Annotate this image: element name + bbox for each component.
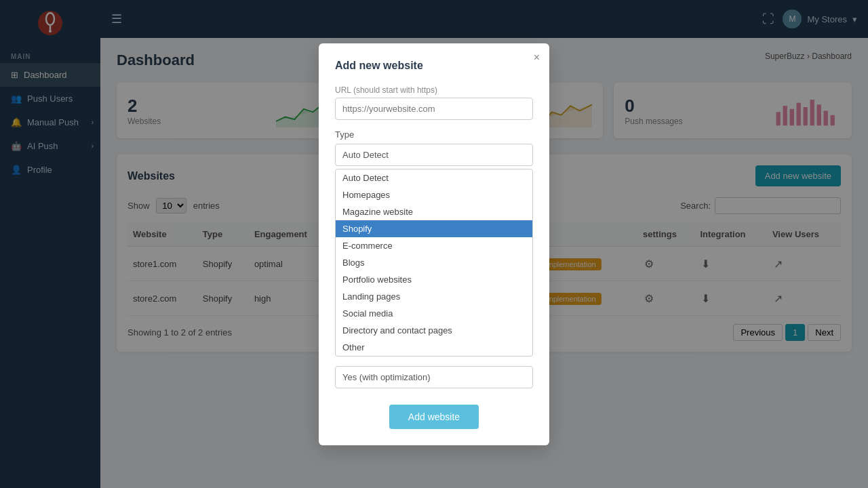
type-option-ecommerce[interactable]: E-commerce: [336, 237, 532, 254]
add-website-button[interactable]: Add website: [389, 405, 479, 429]
type-option-portfolio[interactable]: Portfolio websites: [336, 271, 532, 288]
type-option-directory[interactable]: Directory and contact pages: [336, 322, 532, 339]
url-label: URL (should start with https): [335, 85, 533, 95]
type-select[interactable]: Auto Detect: [335, 144, 533, 166]
type-option-other[interactable]: Other: [336, 339, 532, 356]
type-option-landing[interactable]: Landing pages: [336, 288, 532, 305]
type-option-blogs[interactable]: Blogs: [336, 254, 532, 271]
type-option-shopify[interactable]: Shopify: [336, 220, 532, 237]
type-dropdown-list[interactable]: Auto Detect Homepages Magazine website S…: [335, 169, 533, 357]
close-icon[interactable]: ×: [534, 52, 540, 64]
modal-title: Add new website: [335, 60, 533, 72]
type-option-magazine[interactable]: Magazine website: [336, 203, 532, 220]
add-website-modal: × Add new website URL (should start with…: [319, 43, 549, 445]
url-input[interactable]: [335, 98, 533, 120]
type-option-social[interactable]: Social media: [336, 305, 532, 322]
modal-overlay[interactable]: × Add new website URL (should start with…: [0, 0, 868, 488]
type-label: Type: [335, 129, 533, 140]
type-option-homepages[interactable]: Homepages: [336, 186, 532, 203]
optimization-select[interactable]: Yes (with optimization): [335, 366, 533, 388]
type-option-auto-detect[interactable]: Auto Detect: [336, 169, 532, 186]
